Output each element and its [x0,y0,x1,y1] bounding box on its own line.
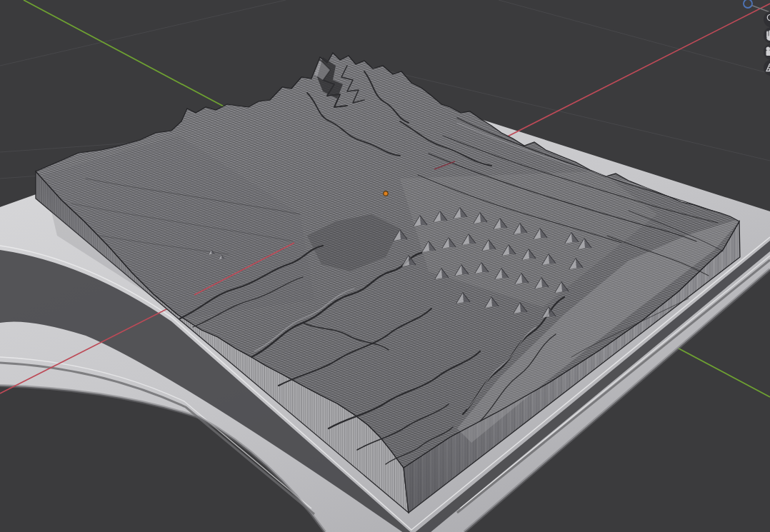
gizmo-axis-ball[interactable] [744,0,752,8]
viewport-canvas[interactable] [0,0,770,532]
viewport-scene[interactable] [0,0,770,532]
object-origin-dot [384,191,388,196]
camera-icon [766,47,770,56]
